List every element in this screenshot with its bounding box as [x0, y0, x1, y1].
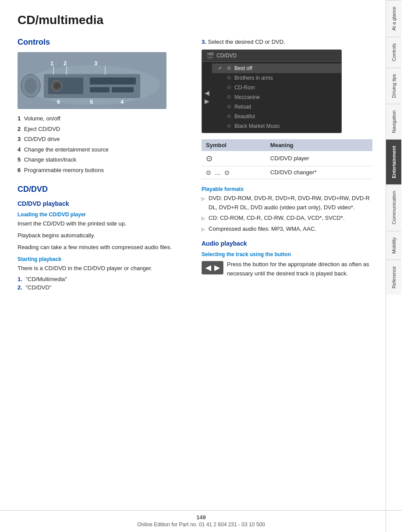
- step3-text: 3. Select the desired CD or DVD.: [202, 38, 372, 47]
- format-dvd: DVD: DVD-ROM, DVD-R, DVD+R, DVD-RW, DVD+…: [202, 194, 372, 212]
- svg-rect-6: [112, 87, 134, 92]
- control-num-4: 4: [18, 146, 21, 153]
- control-num-3: 3: [18, 136, 21, 142]
- step-1-num: 1.: [18, 276, 22, 282]
- step-2: 2. "CD/DVD": [18, 284, 188, 291]
- svg-text:2: 2: [64, 60, 67, 67]
- track-buttons[interactable]: ◀ ▶: [202, 261, 223, 275]
- dvd-menu-item-blackmarket: ⊙ Black Market Music: [212, 121, 341, 131]
- step-2-num: 2.: [18, 284, 22, 291]
- control-item-4: 4 Change the entertainment source: [18, 145, 188, 154]
- format-cd: CD: CD-ROM, CD-R, CD-RW, CD-DA, VCD*, SV…: [202, 214, 372, 223]
- control-item-2: 2 Eject CD/DVD: [18, 125, 188, 134]
- dvd-icon-3: ⊙: [227, 85, 231, 90]
- dvd-icon-6: ⊙: [227, 113, 231, 119]
- cddvd-playback-title: CD/DVD playback: [18, 200, 188, 207]
- dvd-menu-item-reload: ⊙ Reload: [212, 102, 341, 112]
- playable-formats-list: DVD: DVD-ROM, DVD-R, DVD+R, DVD-RW, DVD+…: [202, 194, 372, 234]
- arrow-right-icon: ▶: [205, 98, 209, 105]
- svg-rect-5: [90, 87, 110, 92]
- symbol-row-1: ⊙ CD/DVD player: [202, 151, 372, 166]
- sidebar-tab-controls[interactable]: Controls: [386, 37, 401, 67]
- dvd-menu-item-bestoff: ✓ ⊙ Best off: [212, 63, 341, 73]
- sidebar-tab-communication[interactable]: Communication: [386, 184, 401, 230]
- starting-title: Starting playback: [18, 256, 188, 262]
- symbol-row-2: ⊙ … ⊙ CD/DVD changer*: [202, 166, 372, 179]
- dvd-menu-body: ◀ ▶ ✓ ⊙ Best off ⊙: [202, 62, 341, 133]
- dvd-icon-selected: ⊙: [227, 65, 231, 71]
- check-icon: ✓: [218, 66, 223, 70]
- svg-text:5: 5: [90, 99, 93, 105]
- dvd-menu-header: 🎬 CD/DVD: [202, 50, 341, 62]
- control-item-5: 5 Change station/track: [18, 155, 188, 164]
- sidebar-tab-navigation[interactable]: Navigation: [386, 104, 401, 139]
- two-col-layout: Controls: [18, 38, 372, 292]
- svg-text:6: 6: [57, 99, 60, 105]
- edition-text: Online Edition for Part no. 01 41 2 604 …: [0, 521, 402, 528]
- control-item-3: 3 CD/DVD drive: [18, 135, 188, 144]
- dvd-menu-list: ✓ ⊙ Best off ⊙ Brothers in arms: [212, 62, 341, 133]
- cddvd-section: CD/DVD CD/DVD playback Loading the CD/DV…: [18, 185, 188, 291]
- selecting-track-title: Selecting the track using the button: [202, 251, 372, 257]
- car-image-inner: 1 2 3 6 5 4: [18, 52, 166, 109]
- next-track-icon: ▶: [214, 264, 220, 272]
- loading-text-1: Insert the CD/DVD with the printed side …: [18, 219, 188, 229]
- sidebar-tab-mobility[interactable]: Mobility: [386, 231, 401, 260]
- car-dashboard-svg: 1 2 3 6 5 4: [18, 52, 166, 109]
- page-title: CD/multimedia: [18, 13, 372, 27]
- meaning-2: CD/DVD changer*: [266, 166, 372, 179]
- left-column: Controls: [18, 38, 188, 292]
- sidebar-tab-reference[interactable]: Reference: [386, 260, 401, 295]
- symbol-col-header: Symbol: [202, 139, 266, 151]
- main-content: CD/multimedia Controls: [0, 0, 386, 532]
- dvd-menu-item-mezzanine: ⊙ Mezzanine: [212, 92, 341, 102]
- control-item-6: 6 Programmable memory buttons: [18, 166, 188, 175]
- symbol-2: ⊙ … ⊙: [202, 166, 266, 179]
- prev-track-icon: ◀: [205, 264, 211, 272]
- dvd-icon: 🎬: [206, 52, 214, 59]
- control-num-5: 5: [18, 156, 21, 163]
- dvd-nav-arrows: ◀ ▶: [202, 62, 212, 133]
- page-number: 149: [0, 514, 402, 521]
- controls-title: Controls: [18, 38, 188, 47]
- sidebar-tab-entertainment[interactable]: Entertainment: [386, 139, 401, 184]
- dvd-icon-7: ⊙: [227, 123, 231, 129]
- loading-text-2: Playback begins automatically.: [18, 231, 188, 240]
- dvd-icon-5: ⊙: [227, 104, 231, 109]
- car-image: 1 2 3 6 5 4: [18, 52, 166, 109]
- meaning-1: CD/DVD player: [266, 151, 372, 166]
- selecting-track-content: ◀ ▶ Press the button for the appropriate…: [202, 260, 372, 281]
- sidebar-tab-at-a-glance[interactable]: At a glance: [386, 0, 401, 37]
- symbol-table: Symbol Meaning ⊙ CD/DVD player ⊙ … ⊙ CD/…: [202, 139, 372, 179]
- control-item-1: 1 Volume, on/off: [18, 114, 188, 123]
- svg-text:1: 1: [50, 60, 53, 67]
- svg-text:3: 3: [94, 60, 97, 67]
- svg-point-8: [54, 83, 60, 89]
- page-wrapper: CD/multimedia Controls: [0, 0, 418, 532]
- sidebar-tab-driving-tips[interactable]: Driving tips: [386, 67, 401, 104]
- control-num-2: 2: [18, 126, 21, 132]
- footer: 149 Online Edition for Part no. 01 41 2 …: [0, 510, 402, 528]
- cddvd-title: CD/DVD: [18, 185, 188, 194]
- dvd-menu-item-beautiful: ⊙ Beautiful: [212, 112, 341, 121]
- dvd-menu-item-cdrom: ⊙ CD-Rom: [212, 83, 341, 92]
- playable-formats-title: Playable formats: [202, 186, 372, 192]
- meaning-col-header: Meaning: [266, 139, 372, 151]
- controls-list: 1 Volume, on/off 2 Eject CD/DVD 3 CD/DVD…: [18, 114, 188, 174]
- svg-text:4: 4: [120, 99, 124, 105]
- dvd-menu-screenshot: 🎬 CD/DVD ◀ ▶ ✓ ⊙ Bes: [202, 49, 342, 133]
- loading-text-3: Reading can take a few minutes with comp…: [18, 243, 188, 252]
- loading-title: Loading the CD/DVD player: [18, 211, 188, 218]
- selecting-track-text: Press the button for the appropriate dir…: [227, 260, 372, 278]
- dvd-icon-4: ⊙: [227, 94, 231, 100]
- dvd-icon-2: ⊙: [227, 75, 231, 81]
- dvd-menu-item-brothers: ⊙ Brothers in arms: [212, 73, 341, 83]
- track-buttons-container: ◀ ▶: [202, 261, 223, 275]
- svg-rect-4: [90, 78, 136, 85]
- control-num-6: 6: [18, 167, 21, 173]
- audio-playback-title: Audio playback: [202, 240, 372, 247]
- right-column: 3. Select the desired CD or DVD. 🎬 CD/DV…: [202, 38, 372, 292]
- step-1: 1. "CD/Multimedia": [18, 276, 188, 282]
- sidebar-tabs: At a glance Controls Driving tips Naviga…: [386, 0, 401, 532]
- svg-point-10: [25, 78, 37, 94]
